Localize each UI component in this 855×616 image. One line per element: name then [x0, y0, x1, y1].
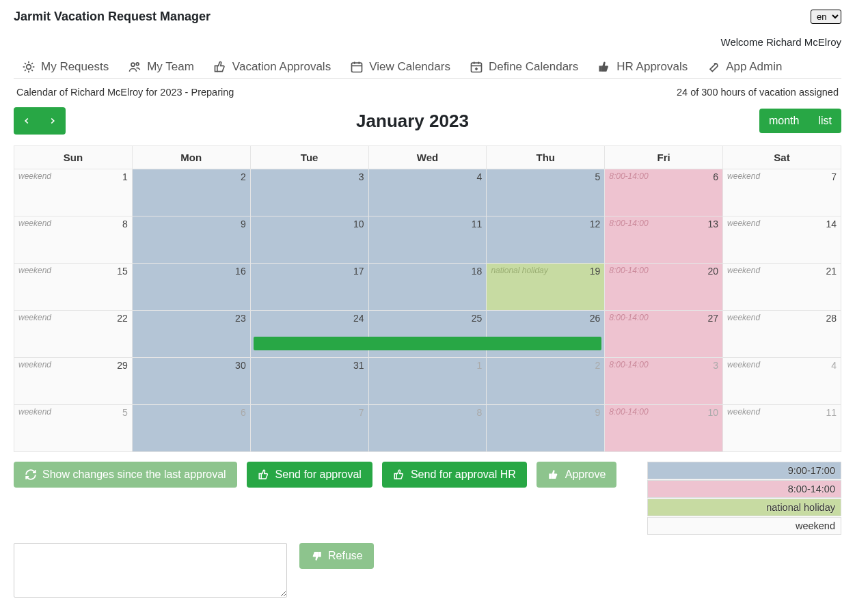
- vacation-event[interactable]: [487, 337, 601, 350]
- calendar-cell[interactable]: 138:00-14:00: [605, 216, 723, 264]
- calendar-cell[interactable]: 8: [368, 405, 487, 452]
- view-list-button[interactable]: list: [809, 109, 841, 133]
- calendar-cell[interactable]: 4weekend: [723, 358, 841, 405]
- cell-label: 8:00-14:00: [609, 407, 648, 417]
- cell-label: weekend: [727, 266, 760, 275]
- cell-label: 8:00-14:00: [609, 266, 648, 275]
- calendar-cell[interactable]: 9: [132, 216, 250, 264]
- cell-label: weekend: [727, 360, 760, 369]
- calendar-cell[interactable]: 208:00-14:00: [605, 264, 723, 311]
- calendar-cell[interactable]: 2: [487, 358, 605, 405]
- calendar-cell[interactable]: 15weekend: [14, 264, 133, 311]
- day-number: 9: [241, 219, 246, 229]
- calendar-cell[interactable]: 278:00-14:00: [605, 311, 723, 358]
- tab-define-calendars[interactable]: Define Calendars: [470, 60, 578, 74]
- svg-rect-11: [215, 66, 217, 71]
- button-label: Send for approval: [275, 468, 362, 481]
- calendar-cell[interactable]: 8weekend: [14, 216, 133, 264]
- calendar-cell[interactable]: 19national holiday: [487, 264, 605, 311]
- calendar-cell[interactable]: 23: [132, 311, 250, 358]
- view-month-button[interactable]: month: [759, 109, 809, 133]
- day-number: 26: [590, 313, 601, 324]
- calendar-cell[interactable]: 5weekend: [14, 405, 133, 452]
- day-number: 20: [707, 266, 718, 277]
- day-header: Thu: [487, 146, 605, 169]
- calendar-cell[interactable]: 31: [250, 358, 368, 405]
- lang-select[interactable]: en: [811, 10, 841, 24]
- calendar-cell[interactable]: 17: [250, 264, 368, 311]
- approve-button[interactable]: Approve: [537, 462, 617, 488]
- calendar-grid: SunMonTueWedThuFriSat 1weekend234568:00-…: [14, 145, 841, 452]
- prev-month-button[interactable]: [14, 107, 40, 135]
- calendar-cell[interactable]: 1weekend: [14, 169, 133, 216]
- tab-my-team[interactable]: My Team: [128, 60, 194, 74]
- calendar-cell[interactable]: 108:00-14:00: [605, 405, 723, 452]
- calendar-cell[interactable]: 4: [368, 169, 487, 216]
- svg-line-6: [31, 70, 33, 71]
- day-number: 14: [826, 219, 837, 229]
- refresh-icon: [25, 468, 37, 481]
- day-number: 23: [235, 313, 246, 324]
- calendar-cell[interactable]: 25: [368, 311, 487, 358]
- calendar-cell[interactable]: 5: [487, 169, 605, 216]
- day-header: Sat: [723, 146, 841, 169]
- calendar-cell[interactable]: 16: [132, 264, 250, 311]
- legend-item-weekend: weekend: [647, 517, 841, 535]
- calendar-cell[interactable]: 6: [132, 405, 250, 452]
- day-number: 22: [117, 313, 128, 324]
- calendar-status-right: 24 of 300 hours of vacation assigned: [677, 87, 839, 98]
- refuse-reason-input[interactable]: [14, 543, 287, 598]
- calendar-cell[interactable]: 1: [368, 358, 487, 405]
- svg-point-9: [131, 63, 135, 66]
- svg-rect-16: [471, 63, 481, 72]
- calendar-cell[interactable]: 29weekend: [14, 358, 133, 405]
- calendar-cell[interactable]: 26: [487, 311, 605, 358]
- thumbs-up-icon: [213, 60, 227, 74]
- tab-label: View Calendars: [369, 60, 450, 74]
- show-changes-button[interactable]: Show changes since the last approval: [14, 462, 237, 488]
- vacation-event[interactable]: [369, 337, 487, 350]
- tab-view-calendars[interactable]: View Calendars: [350, 60, 450, 74]
- tab-my-requests[interactable]: My Requests: [22, 60, 109, 74]
- tab-label: Vacation Approvals: [232, 60, 331, 74]
- send-approval-button[interactable]: Send for approval: [247, 462, 372, 488]
- calendar-cell[interactable]: 11: [368, 216, 487, 264]
- day-number: 30: [235, 360, 246, 371]
- cell-label: national holiday: [491, 266, 547, 275]
- calendar-cell[interactable]: 7: [250, 405, 368, 452]
- svg-point-0: [27, 65, 31, 70]
- thumbs-up-filled-icon: [597, 60, 611, 74]
- calendar-cell[interactable]: 2: [132, 169, 250, 216]
- tab-vacation-approvals[interactable]: Vacation Approvals: [213, 60, 331, 74]
- calendar-cell[interactable]: 22weekend: [14, 311, 133, 358]
- vacation-event[interactable]: [254, 337, 369, 350]
- calendar-cell[interactable]: 68:00-14:00: [605, 169, 723, 216]
- calendar-cell[interactable]: 14weekend: [723, 216, 841, 264]
- day-number: 1: [477, 360, 483, 371]
- calendar-cell[interactable]: 9: [487, 405, 605, 452]
- calendar-cell[interactable]: 28weekend: [723, 311, 841, 358]
- calendar-cell[interactable]: 7weekend: [723, 169, 841, 216]
- day-number: 4: [831, 360, 837, 371]
- calendar-cell[interactable]: 18: [368, 264, 487, 311]
- day-number: 24: [353, 313, 364, 324]
- tab-app-admin[interactable]: App Admin: [707, 60, 782, 74]
- cell-label: 8:00-14:00: [609, 219, 648, 228]
- svg-line-5: [25, 63, 26, 64]
- calendar-cell[interactable]: 12: [487, 216, 605, 264]
- chevron-right-icon: [48, 116, 57, 126]
- send-approval-hr-button[interactable]: Send for approval HR: [382, 462, 527, 488]
- calendar-cell[interactable]: 3: [250, 169, 368, 216]
- day-header: Sun: [14, 146, 133, 169]
- day-header: Tue: [250, 146, 368, 169]
- calendar-cell[interactable]: 38:00-14:00: [605, 358, 723, 405]
- calendar-cell[interactable]: 11weekend: [723, 405, 841, 452]
- calendar-cell[interactable]: 30: [132, 358, 250, 405]
- calendar-cell[interactable]: 10: [250, 216, 368, 264]
- cell-label: weekend: [18, 266, 51, 275]
- next-month-button[interactable]: [40, 107, 66, 135]
- tab-hr-approvals[interactable]: HR Approvals: [597, 60, 688, 74]
- calendar-cell[interactable]: 24: [250, 311, 368, 358]
- calendar-cell[interactable]: 21weekend: [723, 264, 841, 311]
- refuse-button[interactable]: Refuse: [299, 543, 374, 569]
